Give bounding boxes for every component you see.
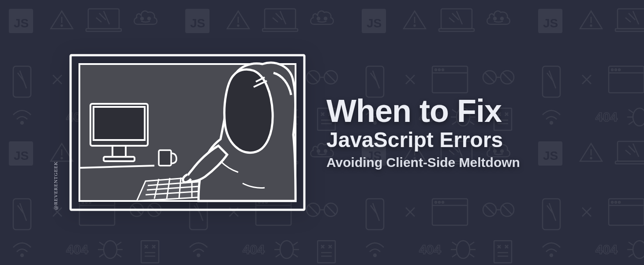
headline-block: When to Fix JavaScript Errors Avoiding C… xyxy=(326,95,578,170)
illustration-credit: @REVERENTGEEK xyxy=(53,161,58,210)
svg-rect-34 xyxy=(112,146,126,157)
headline-subtitle-strong: JavaScript Errors xyxy=(326,129,578,152)
svg-rect-35 xyxy=(104,157,135,161)
hero-content: @REVERENTGEEK xyxy=(0,0,644,265)
headline-title: When to Fix xyxy=(326,95,578,127)
svg-rect-33 xyxy=(94,107,145,140)
hero-illustration: @REVERENTGEEK xyxy=(66,51,309,214)
headline-subtitle-small: Avoiding Client-Side Meltdown xyxy=(326,155,578,170)
svg-rect-36 xyxy=(159,150,171,166)
